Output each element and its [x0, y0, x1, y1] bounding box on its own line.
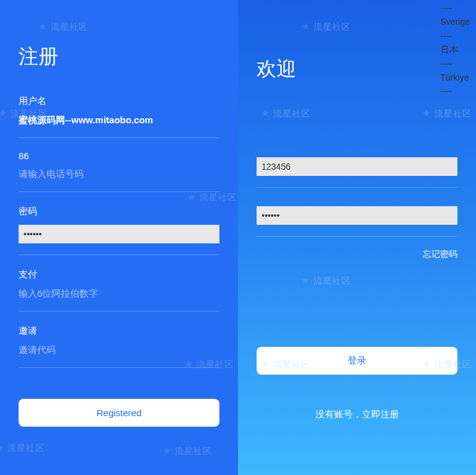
register-button[interactable]: Registered: [19, 399, 219, 427]
invite-label: 邀请: [19, 325, 219, 337]
pay-field-block: 支付 输入6位阿拉伯数字: [19, 269, 219, 312]
lang-item-turkiye[interactable]: Türkiye: [441, 71, 470, 84]
watermark: 流星社区: [421, 108, 472, 120]
watermark: 流星社区: [161, 446, 212, 457]
password-input[interactable]: [19, 225, 219, 243]
password-label: 密码: [19, 206, 219, 217]
username-label: 用户名: [19, 95, 219, 107]
country-code[interactable]: 86: [19, 150, 219, 161]
divider: [19, 367, 219, 368]
forgot-password-link[interactable]: 忘记密码: [257, 249, 457, 260]
watermark: 流星社区: [300, 276, 351, 287]
lang-separator: ----: [441, 29, 470, 43]
login-title: 欢迎: [257, 56, 457, 83]
watermark: 流星社区: [0, 443, 45, 454]
language-selector: ---- Sverige ---- 日本 ---- Türkiye ----: [441, 1, 470, 98]
signup-link[interactable]: 没有账号，立即注册: [257, 409, 457, 421]
phone-field-block: 86 请输入电话号码: [19, 150, 219, 192]
divider: [257, 187, 457, 188]
lang-separator: ----: [441, 84, 470, 98]
pay-placeholder[interactable]: 输入6位阿拉伯数字: [19, 288, 219, 300]
watermark: 流星社区: [300, 22, 351, 33]
divider: [19, 255, 219, 255]
register-panel: 注册 用户名 蜜桃源码网--www.mitaobo.com 86 请输入电话号码…: [0, 0, 238, 475]
password-field-block: 密码: [19, 206, 219, 255]
login-password-input[interactable]: [257, 206, 457, 225]
username-field-block: 用户名 蜜桃源码网--www.mitaobo.com: [19, 95, 219, 138]
phone-placeholder[interactable]: 请输入电话号码: [19, 168, 219, 180]
login-username-block: [257, 157, 457, 188]
divider: [257, 236, 457, 237]
lang-item-sverige[interactable]: Sverige: [441, 15, 470, 28]
login-panel: ---- Sverige ---- 日本 ---- Türkiye ---- 欢…: [238, 0, 476, 475]
lang-separator: ----: [441, 57, 470, 71]
login-username-input[interactable]: [257, 157, 457, 176]
invite-field-block: 邀请 邀请代码: [19, 325, 219, 368]
watermark: 流星社区: [260, 108, 311, 120]
invite-placeholder[interactable]: 邀请代码: [19, 344, 219, 356]
lang-item-japan[interactable]: 日本: [441, 43, 470, 56]
divider: [19, 191, 219, 192]
login-password-block: [257, 206, 457, 237]
divider: [19, 137, 219, 138]
username-value: 蜜桃源码网--www.mitaobo.com: [19, 115, 219, 126]
watermark: 流星社区: [186, 192, 237, 203]
watermark: 流星社区: [37, 22, 88, 33]
register-title: 注册: [19, 43, 219, 71]
login-button[interactable]: 登录: [257, 347, 457, 375]
pay-label: 支付: [19, 269, 219, 281]
divider: [19, 311, 219, 312]
lang-separator: ----: [441, 1, 470, 15]
